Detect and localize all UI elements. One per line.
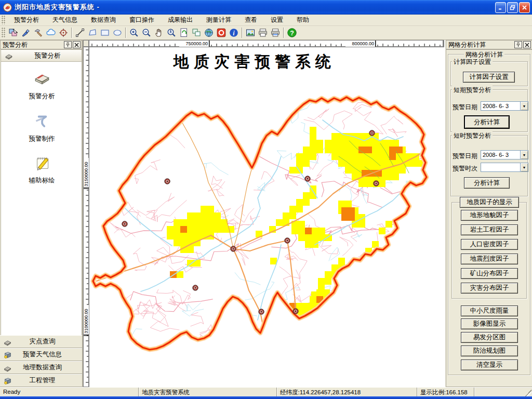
short-time-times-combo[interactable]: ▼ — [481, 163, 528, 172]
left-item-1[interactable]: 预警分析 — [1, 69, 83, 101]
tool-ellipse-tool-icon[interactable] — [111, 26, 124, 39]
warning-cell-yellow — [207, 226, 214, 233]
menu-item-5[interactable]: 成果输出 — [161, 14, 200, 26]
geo-factor-display-button[interactable]: 地质因子的显示 — [460, 197, 519, 208]
town-marker[interactable] — [293, 309, 298, 314]
left-bottom-item-3[interactable]: 地理数据查询 — [0, 361, 82, 374]
resize-grip[interactable] — [525, 390, 531, 396]
minimize-button[interactable] — [495, 2, 506, 13]
tool-select-features-icon[interactable] — [7, 26, 20, 39]
factor-button-6[interactable]: 灾害分布因子 — [461, 283, 518, 294]
right-panel-close-icon[interactable] — [523, 41, 531, 48]
tool-pan-hand-icon[interactable] — [153, 26, 165, 39]
tool-zoom-in-icon[interactable] — [128, 26, 140, 39]
chevron-down-icon[interactable]: ▼ — [520, 151, 528, 159]
left-item-3[interactable]: 辅助标绘 — [1, 153, 83, 185]
tool-polygon-tool-icon[interactable] — [86, 26, 99, 39]
bottom-button-5[interactable]: 清空显示 — [461, 360, 518, 370]
tool-cloud-icon[interactable] — [45, 26, 57, 39]
warning-cell-yellow — [303, 153, 310, 160]
tool-zoom-extent-icon[interactable] — [165, 26, 178, 39]
toolbar-separator — [283, 28, 284, 38]
chevron-down-icon[interactable]: ▼ — [520, 163, 528, 171]
left-bottom-item-2[interactable]: 预警天气信息 — [0, 348, 82, 361]
bottom-button-4[interactable]: 防治规划图 — [461, 345, 518, 356]
menu-item-9[interactable]: 帮助 — [290, 14, 316, 26]
left-bottom-item-4[interactable]: 工程管理 — [0, 374, 82, 387]
tool-image-view-icon[interactable] — [244, 26, 257, 39]
left-panel-header: 预警分析 — [0, 40, 82, 49]
bottom-button-1[interactable]: 中小尺度雨量 — [461, 305, 518, 316]
tool-line-tool-icon[interactable] — [74, 26, 86, 39]
pin-icon[interactable] — [514, 41, 522, 48]
short-time-date-combo[interactable]: 2008- 6- 3 ▼ — [481, 150, 528, 159]
left-panel-section-header[interactable]: 预警分析 — [1, 49, 82, 62]
tool-hammer-icon[interactable] — [32, 26, 45, 39]
menu-item-2[interactable]: 天气信息 — [46, 14, 84, 26]
town-marker[interactable] — [285, 238, 290, 243]
bottom-button-2[interactable]: 影像图显示 — [461, 318, 518, 329]
pin-icon[interactable] — [64, 41, 72, 48]
short-term-date-value: 2008- 6- 3 — [481, 102, 520, 110]
tool-stop-icon[interactable] — [215, 26, 228, 39]
short-time-analyze-button[interactable]: 分析计算 — [464, 177, 510, 189]
menu-item-6[interactable]: 测量计算 — [200, 14, 238, 26]
town-marker[interactable] — [165, 179, 170, 184]
warning-cell-yellow — [289, 206, 296, 212]
menu-grip[interactable] — [2, 16, 5, 24]
tool-print-icon[interactable] — [257, 26, 269, 39]
warning-cell-yellow — [338, 258, 345, 264]
town-marker[interactable] — [122, 221, 127, 227]
map-title: 地质灾害预警系统 — [172, 53, 336, 70]
chevron-down-icon[interactable]: ▼ — [520, 102, 528, 110]
label-brush-icon — [21, 28, 31, 38]
warning-cell-yellow — [194, 212, 201, 219]
warning-cell-yellow — [338, 140, 345, 147]
tool-zoom-out-icon[interactable] — [140, 26, 153, 39]
menu-item-7[interactable]: 查看 — [238, 14, 264, 26]
short-term-date-combo[interactable]: 2008- 6- 3 ▼ — [481, 101, 528, 111]
factor-button-3[interactable]: 人口密度因子 — [461, 239, 518, 250]
left-bottom-item-1[interactable]: 灾点查询 — [0, 335, 82, 348]
menu-item-8[interactable]: 设置 — [264, 14, 290, 26]
factor-button-4[interactable]: 地震烈度因子 — [461, 254, 518, 264]
left-item-2[interactable]: 预警制作 — [1, 112, 83, 143]
left-bottom-label: 灾点查询 — [14, 337, 71, 346]
toolbar-grip[interactable] — [2, 28, 5, 38]
warning-cell-yellow — [316, 147, 323, 153]
map-canvas[interactable]: 地质灾害预警系统 — [89, 47, 444, 387]
menu-item-3[interactable]: 数据查询 — [84, 14, 123, 26]
tool-label-brush-icon[interactable] — [20, 26, 32, 39]
tool-rectangle-tool-icon[interactable] — [99, 26, 111, 39]
restore-button[interactable] — [507, 2, 518, 13]
tool-print-setup-icon[interactable] — [269, 26, 282, 39]
factor-button-5[interactable]: 矿山分布因子 — [461, 268, 518, 279]
town-marker[interactable] — [193, 285, 198, 290]
warning-cell-yellow — [379, 153, 385, 160]
copy-layers-icon — [191, 28, 202, 38]
tool-refresh-view-icon[interactable] — [178, 26, 190, 39]
short-term-analyze-button[interactable]: 分析计算 — [464, 115, 510, 129]
svg-text:?: ? — [290, 30, 294, 37]
tool-info-icon[interactable]: i — [228, 26, 240, 39]
town-marker[interactable] — [305, 176, 310, 181]
town-marker[interactable] — [374, 181, 379, 186]
menu-item-4[interactable]: 窗口操作 — [123, 14, 161, 26]
town-marker[interactable] — [259, 309, 264, 314]
tool-help-icon[interactable]: ? — [286, 26, 298, 39]
menu-item-1[interactable]: 预警分析 — [7, 14, 46, 26]
town-marker[interactable] — [369, 130, 375, 136]
town-marker[interactable] — [231, 246, 236, 251]
tool-copy-layers-icon[interactable] — [190, 26, 203, 39]
tool-globe-icon[interactable] — [203, 26, 215, 39]
factor-button-2[interactable]: 岩土工程因子 — [461, 224, 518, 235]
left-panel-close-icon[interactable] — [73, 41, 81, 48]
tool-center-target-icon[interactable] — [57, 26, 70, 39]
warning-cell-yellow — [303, 192, 310, 199]
calc-factor-button[interactable]: 计算因子设置 — [463, 72, 515, 83]
right-panel-body: 网格分析计算 计算因子设置 计算因子设置 短期预警分析 预警日期 2008- 6… — [446, 49, 532, 387]
factor-button-1[interactable]: 地形地貌因子 — [461, 210, 518, 221]
close-button[interactable] — [519, 2, 530, 13]
toolbar-separator — [242, 28, 243, 38]
bottom-button-3[interactable]: 易发分区图 — [461, 332, 518, 343]
